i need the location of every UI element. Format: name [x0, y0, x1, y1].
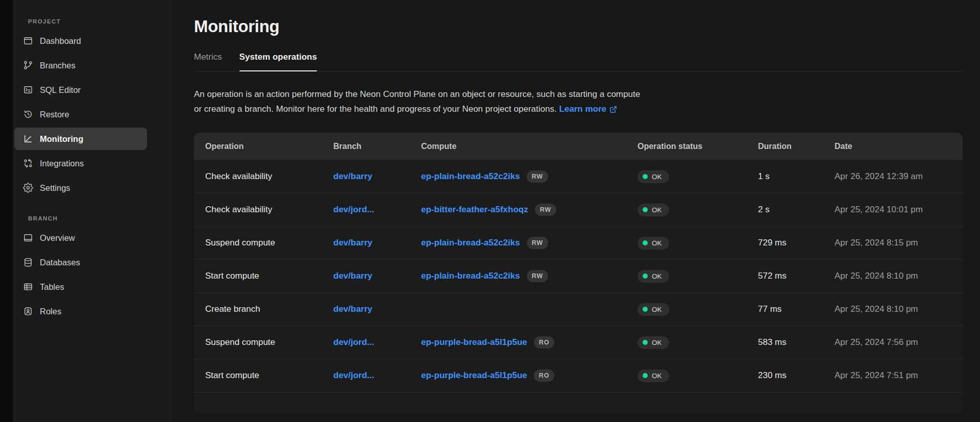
branch-link[interactable]: dev/barry [333, 238, 373, 248]
date-value: Apr 25, 2024 7:56 pm [835, 337, 918, 347]
column-header-label: Operation status [638, 142, 702, 151]
learn-more-link[interactable]: Learn more [559, 102, 617, 116]
page-title: Monitoring [194, 15, 963, 38]
branch-link[interactable]: dev/jord... [333, 337, 374, 347]
cell-date: Apr 25, 2024 10:01 pm [835, 205, 963, 215]
sidebar-item-integrations[interactable]: Integrations [14, 152, 147, 175]
sidebar: PROJECTDashboardBranchesSQL EditorRestor… [13, 0, 171, 422]
date-value: Apr 25, 2024 8:10 pm [835, 304, 918, 314]
column-header-label: Duration [758, 142, 792, 151]
cell-operation: Suspend compute [205, 337, 333, 347]
cell-branch: dev/barry [333, 271, 421, 281]
compute-link[interactable]: ep-plain-bread-a52c2iks [421, 271, 520, 281]
cell-operation-status: OK [638, 170, 758, 183]
compute-link[interactable]: ep-bitter-feather-a5fxhoqz [421, 205, 528, 215]
sidebar-item-dashboard[interactable]: Dashboard [14, 30, 147, 52]
column-header-date: Date [835, 142, 963, 151]
sidebar-item-label: Settings [40, 183, 70, 193]
sidebar-item-roles[interactable]: Roles [14, 300, 147, 322]
cell-compute: ep-purple-bread-a5l1p5ueRO [421, 369, 638, 382]
status-label: OK [652, 339, 662, 346]
column-header-label: Branch [333, 142, 361, 151]
status-badge: OK [638, 369, 669, 382]
compute-link[interactable]: ep-purple-bread-a5l1p5ue [421, 337, 527, 347]
status-badge: OK [638, 336, 669, 349]
sidebar-item-restore[interactable]: Restore [14, 103, 147, 126]
column-header-operation: Operation [205, 142, 333, 151]
main-content: Monitoring MetricsSystem operations An o… [171, 0, 980, 422]
status-badge: OK [638, 303, 669, 316]
branch-link[interactable]: dev/barry [333, 304, 373, 314]
duration-value: 572 ms [758, 271, 787, 281]
table-row: Check availabilitydev/jord...ep-bitter-f… [194, 193, 963, 227]
monitoring-icon [23, 134, 33, 144]
sidebar-item-tables[interactable]: Tables [14, 276, 147, 298]
cell-compute: ep-bitter-feather-a5fxhoqzRW [421, 204, 638, 216]
sidebar-item-label: Dashboard [40, 36, 81, 46]
cell-operation: Start compute [205, 271, 333, 281]
cell-operation: Suspend compute [205, 238, 333, 248]
cell-date: Apr 25, 2024 7:51 pm [835, 370, 963, 381]
sidebar-item-branches[interactable]: Branches [14, 54, 147, 77]
status-ok-dot [643, 274, 648, 279]
tab-system-operations[interactable]: System operations [239, 52, 317, 71]
sidebar-item-settings[interactable]: Settings [14, 177, 147, 199]
cell-compute: ep-plain-bread-a52c2iksRW [421, 270, 638, 282]
column-header-branch: Branch [333, 142, 421, 151]
cell-date: Apr 25, 2024 8:10 pm [835, 304, 963, 314]
branch-link[interactable]: dev/jord... [333, 370, 374, 381]
column-header-operation-status: Operation status [638, 142, 758, 151]
duration-value: 2 s [758, 205, 770, 215]
compute-link[interactable]: ep-plain-bread-a52c2iks [421, 238, 520, 248]
status-label: OK [652, 239, 662, 247]
sidebar-item-label: Tables [40, 282, 64, 292]
operations-table: OperationBranchComputeOperation statusDu… [194, 133, 963, 413]
sidebar-item-databases[interactable]: Databases [14, 251, 147, 274]
status-badge: OK [638, 170, 669, 183]
tab-metrics[interactable]: Metrics [194, 52, 222, 71]
table-row: Start computedev/barryep-plain-bread-a52… [194, 260, 963, 293]
date-value: Apr 25, 2024 10:01 pm [835, 205, 923, 215]
status-ok-dot [643, 373, 648, 378]
branch-link[interactable]: dev/barry [333, 171, 373, 182]
cell-branch: dev/barry [333, 171, 421, 182]
cell-date: Apr 25, 2024 8:10 pm [835, 271, 963, 281]
duration-value: 1 s [758, 171, 770, 182]
branch-link[interactable]: dev/jord... [333, 205, 374, 215]
table-row: Create branchdev/barryOK77 msApr 25, 202… [194, 293, 963, 326]
compute-link[interactable]: ep-plain-bread-a52c2iks [421, 171, 520, 182]
roles-icon [23, 306, 33, 316]
column-header-compute: Compute [421, 142, 638, 151]
sidebar-item-label: Monitoring [40, 134, 83, 144]
cell-operation: Start compute [205, 370, 333, 381]
status-badge: OK [638, 237, 669, 250]
cell-duration: 1 s [758, 171, 835, 182]
compute-link[interactable]: ep-purple-bread-a5l1p5ue [421, 370, 527, 381]
sidebar-item-sql-editor[interactable]: SQL Editor [14, 79, 147, 101]
compute-access-badge: RW [527, 170, 548, 183]
status-ok-dot [643, 207, 648, 212]
operation-label: Start compute [205, 370, 259, 381]
tab-bar: MetricsSystem operations [194, 52, 963, 71]
tables-icon [23, 282, 33, 292]
compute-access-badge: RW [527, 237, 548, 249]
cell-branch: dev/barry [333, 304, 421, 314]
table-row: Suspend computedev/barryep-plain-bread-a… [194, 227, 963, 260]
cell-date: Apr 25, 2024 8:15 pm [835, 238, 963, 248]
cell-date: Apr 25, 2024 7:56 pm [835, 337, 963, 347]
external-link-icon [609, 106, 617, 113]
integrations-icon [23, 158, 33, 168]
cell-duration: 572 ms [758, 271, 835, 281]
status-label: OK [652, 206, 662, 214]
cell-branch: dev/jord... [333, 337, 421, 347]
status-ok-dot [643, 307, 648, 312]
learn-more-label: Learn more [559, 102, 606, 116]
status-label: OK [652, 306, 662, 313]
branch-link[interactable]: dev/barry [333, 271, 373, 281]
sidebar-item-overview[interactable]: Overview [14, 227, 147, 249]
sidebar-nav: PROJECTDashboardBranchesSQL EditorRestor… [13, 0, 170, 422]
branches-icon [23, 60, 33, 70]
sidebar-item-monitoring[interactable]: Monitoring [14, 128, 147, 150]
sidebar-item-label: Roles [40, 307, 61, 316]
cell-duration: 230 ms [758, 370, 835, 381]
